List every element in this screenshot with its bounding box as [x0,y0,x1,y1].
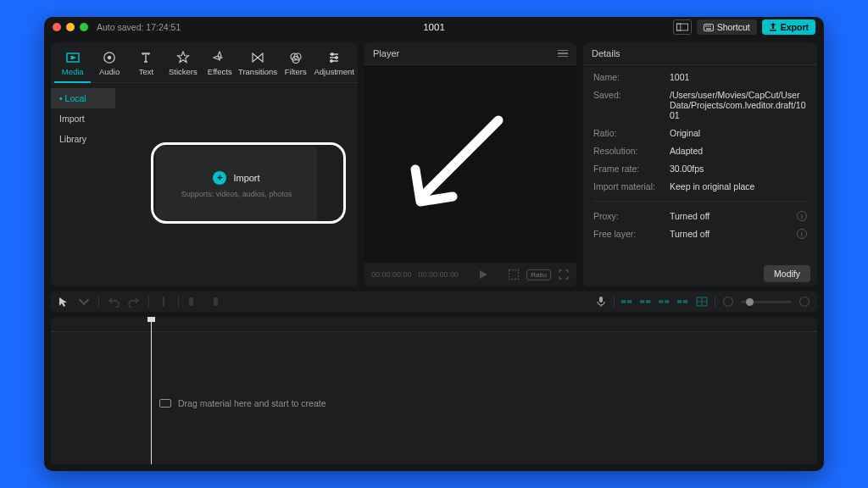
delete-left-icon[interactable] [187,296,199,308]
tab-label: Filters [285,67,307,76]
svg-rect-17 [509,270,519,280]
detail-value: Keep in original place [670,181,807,191]
preview-grid-icon[interactable] [696,296,708,308]
track-toggle-4-icon[interactable] [677,296,689,308]
timecode-total: 00:00:00:00 [419,270,459,279]
svg-rect-27 [665,300,669,303]
project-title: 1001 [44,22,824,32]
tab-label: Adjustment [314,67,354,76]
tab-label: Stickers [169,67,198,76]
play-icon[interactable] [477,269,489,280]
detail-value: Adapted [670,146,807,156]
player-menu-icon[interactable] [558,50,568,57]
svg-point-14 [331,53,334,55]
track-toggle-2-icon[interactable] [640,296,652,308]
tab-label: Media [62,67,84,76]
zoom-in-icon[interactable] [798,296,810,308]
pointer-tool-icon[interactable] [58,296,70,308]
sidebar-item-local[interactable]: Local [51,88,115,108]
tab-text[interactable]: Text [128,47,164,82]
svg-rect-21 [599,297,603,302]
detail-value: Turned off [670,211,790,221]
tab-adjustment[interactable]: Adjustment [314,47,354,82]
svg-rect-20 [214,297,218,306]
tab-label: Audio [99,67,120,76]
svg-point-32 [800,297,810,307]
player-panel: Player 00:00:00:00 00:00:00:00 Ratio [364,42,576,286]
svg-rect-28 [677,300,682,303]
import-hint: Supports: videos, audios, photos [181,190,292,198]
detail-key: Saved: [593,90,663,120]
track-toggle-1-icon[interactable] [621,296,633,308]
split-icon[interactable] [158,296,170,308]
mic-icon[interactable] [595,296,607,308]
titlebar: Auto saved: 17:24:51 1001 Shortcut Expor… [44,17,824,37]
delete-right-icon[interactable] [208,296,220,308]
playhead[interactable] [151,317,152,464]
sidebar-item-import[interactable]: Import [51,108,115,129]
detail-value: Turned off [670,229,790,239]
player-controls: 00:00:00:00 00:00:00:00 Ratio [364,263,576,286]
detail-key: Free layer: [593,229,663,239]
svg-rect-18 [163,297,164,307]
tab-filters[interactable]: Filters [277,47,314,82]
svg-rect-23 [627,300,632,303]
detail-key: Resolution: [593,146,663,156]
detail-key: Proxy: [593,211,663,221]
zoom-out-icon[interactable] [722,296,734,308]
zoom-slider[interactable] [741,301,792,303]
info-icon[interactable]: i [797,211,807,221]
tab-transitions[interactable]: Transitions [238,47,277,82]
clip-icon [159,399,171,408]
modify-button[interactable]: Modify [764,265,810,282]
player-stage[interactable] [364,65,576,263]
detail-key: Ratio: [593,128,663,138]
sidebar-item-library[interactable]: Library [51,129,115,149]
chevron-down-icon[interactable] [78,296,90,308]
detail-value: /Users/user/Movies/CapCut/User Data/Proj… [670,90,807,120]
media-drop-area[interactable]: + Import Supports: videos, audios, photo… [115,83,358,286]
preview-quality-icon[interactable] [508,269,520,280]
media-panel: Media Audio Text Stickers Effects [51,42,358,286]
detail-value: 1001 [670,72,807,82]
svg-rect-25 [646,300,650,303]
svg-rect-26 [659,300,663,303]
detail-key: Frame rate: [593,164,663,174]
fullscreen-icon[interactable] [558,269,570,280]
details-panel: Details Name:1001 Saved:/Users/user/Movi… [583,42,817,286]
redo-icon[interactable] [128,296,140,308]
media-sidebar: Local Import Library [51,83,115,286]
tab-stickers[interactable]: Stickers [164,47,201,82]
tab-effects[interactable]: Effects [202,47,238,82]
timeline-ruler[interactable] [51,317,817,332]
ratio-button[interactable]: Ratio [526,269,551,280]
info-icon[interactable]: i [797,229,807,239]
tab-media[interactable]: Media [54,47,91,83]
details-title: Details [583,42,817,65]
detail-key: Name: [593,72,663,82]
svg-point-15 [336,56,338,58]
timeline-placeholder: Drag material here and start to create [159,398,326,408]
timeline-toolbar [51,291,817,312]
import-button[interactable]: + Import Supports: videos, audios, photo… [156,147,317,223]
track-toggle-3-icon[interactable] [659,296,670,308]
app-window: Auto saved: 17:24:51 1001 Shortcut Expor… [44,17,824,471]
tab-audio[interactable]: Audio [91,47,127,82]
timecode-current: 00:00:00:00 [371,270,412,279]
timeline[interactable]: Drag material here and start to create [51,317,817,464]
svg-rect-24 [640,300,644,303]
player-title: Player [364,42,576,65]
detail-key: Import material: [593,181,663,191]
tab-label: Transitions [238,67,277,76]
svg-point-16 [331,59,333,62]
tab-label: Text [139,67,153,76]
svg-rect-29 [683,300,687,303]
svg-point-31 [724,297,733,307]
undo-icon[interactable] [108,296,120,308]
tool-tabs: Media Audio Text Stickers Effects [51,42,358,83]
detail-value: 30.00fps [670,164,807,174]
divider [593,201,807,202]
svg-point-10 [108,56,111,59]
import-label: Import [233,173,259,183]
plus-icon: + [213,171,226,185]
